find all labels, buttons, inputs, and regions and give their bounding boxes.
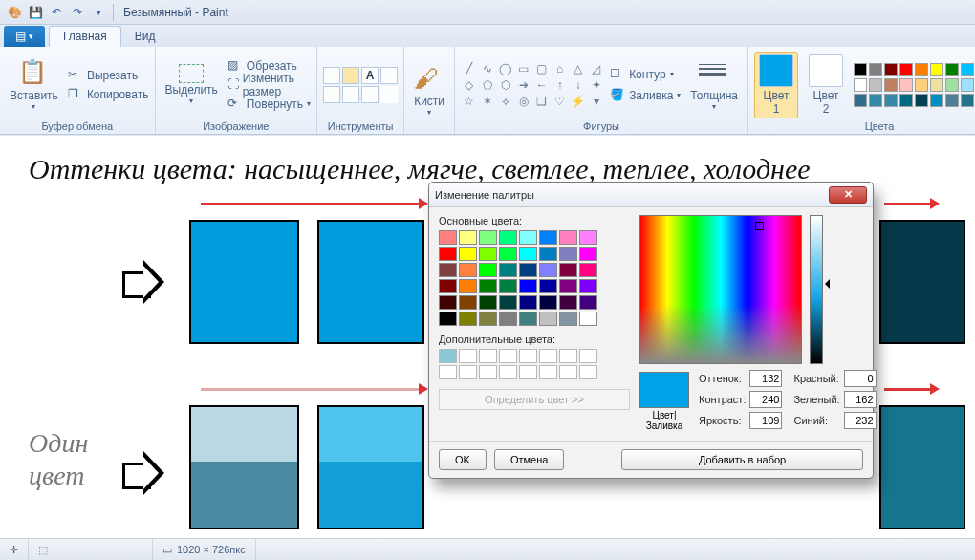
basic-color-cell[interactable] xyxy=(559,263,577,277)
palette-color[interactable] xyxy=(961,63,974,76)
add-to-set-button[interactable]: Добавить в набор xyxy=(621,449,863,470)
basic-color-cell[interactable] xyxy=(499,295,517,310)
basic-color-cell[interactable] xyxy=(519,295,537,310)
basic-color-cell[interactable] xyxy=(539,295,557,310)
palette-color[interactable] xyxy=(945,78,959,92)
bolt-shape[interactable]: ⚡ xyxy=(570,94,586,108)
basic-color-cell[interactable] xyxy=(499,279,517,293)
eraser-tool[interactable] xyxy=(380,67,398,84)
rotate-button[interactable]: ⟳Повернуть▾ xyxy=(228,95,311,114)
basic-color-cell[interactable] xyxy=(519,312,537,326)
palette-color[interactable] xyxy=(869,63,882,76)
palette-color[interactable] xyxy=(930,78,943,92)
basic-color-cell[interactable] xyxy=(479,312,497,326)
palette-color[interactable] xyxy=(930,63,943,76)
diamond-shape[interactable]: ◇ xyxy=(461,77,477,92)
basic-color-cell[interactable] xyxy=(519,263,537,277)
line-shape[interactable]: ╱ xyxy=(461,61,477,75)
custom-color-cell[interactable] xyxy=(519,349,537,363)
palette-color[interactable] xyxy=(884,63,898,76)
sat-input[interactable] xyxy=(749,391,782,408)
blue-input[interactable] xyxy=(844,412,877,429)
basic-color-cell[interactable] xyxy=(559,279,577,293)
resize-button[interactable]: ⛶Изменить размер xyxy=(228,75,311,95)
shapes-gallery[interactable]: ╱∿◯▭▢⌂△◿ ◇⬠⬡➔←↑↓✦ ☆✶⟡◎❑♡⚡▾ xyxy=(461,61,604,108)
palette-color[interactable] xyxy=(869,94,882,107)
basic-colors-grid[interactable] xyxy=(439,230,630,326)
basic-color-cell[interactable] xyxy=(439,312,457,326)
basic-color-cell[interactable] xyxy=(479,279,497,293)
custom-color-cell[interactable] xyxy=(519,365,537,379)
more-shapes[interactable]: ▾ xyxy=(588,94,604,108)
callout2-shape[interactable]: ◎ xyxy=(515,94,531,108)
redo-icon[interactable]: ↷ xyxy=(69,4,86,21)
color-gradient-picker[interactable] xyxy=(639,215,802,364)
basic-color-cell[interactable] xyxy=(459,295,477,310)
basic-color-cell[interactable] xyxy=(539,279,557,293)
custom-color-cell[interactable] xyxy=(439,349,457,363)
copy-button[interactable]: ❐Копировать xyxy=(68,85,149,104)
arrU-shape[interactable]: ↑ xyxy=(552,77,568,92)
basic-color-cell[interactable] xyxy=(459,279,477,293)
basic-color-cell[interactable] xyxy=(579,279,597,293)
custom-color-cell[interactable] xyxy=(539,365,557,379)
tab-home[interactable]: Главная xyxy=(49,26,121,47)
palette-color[interactable] xyxy=(915,63,928,76)
tri-shape[interactable]: △ xyxy=(570,61,586,75)
basic-color-cell[interactable] xyxy=(539,312,557,326)
basic-color-cell[interactable] xyxy=(439,230,457,245)
palette-color[interactable] xyxy=(884,94,898,107)
red-input[interactable] xyxy=(844,370,877,387)
custom-color-cell[interactable] xyxy=(459,365,477,379)
heart-shape[interactable]: ♡ xyxy=(552,94,568,108)
custom-color-cell[interactable] xyxy=(479,365,497,379)
fill-button[interactable]: 🪣Заливка▾ xyxy=(610,86,681,105)
arrR-shape[interactable]: ➔ xyxy=(515,77,531,92)
palette-color[interactable] xyxy=(930,94,943,107)
tab-view[interactable]: Вид xyxy=(121,27,169,47)
palette-color[interactable] xyxy=(854,78,867,92)
basic-color-cell[interactable] xyxy=(479,295,497,310)
palette-color[interactable] xyxy=(945,63,959,76)
custom-color-cell[interactable] xyxy=(539,349,557,363)
basic-color-cell[interactable] xyxy=(439,247,457,261)
eraser2-tool[interactable] xyxy=(323,86,340,103)
basic-color-cell[interactable] xyxy=(579,247,597,261)
basic-color-cell[interactable] xyxy=(579,230,597,245)
ok-button[interactable]: OK xyxy=(439,449,487,470)
basic-color-cell[interactable] xyxy=(539,247,557,261)
basic-color-cell[interactable] xyxy=(579,295,597,310)
poly-shape[interactable]: ⌂ xyxy=(552,61,568,75)
custom-color-cell[interactable] xyxy=(579,365,597,379)
basic-color-cell[interactable] xyxy=(519,230,537,245)
lum-input[interactable] xyxy=(749,412,782,429)
basic-color-cell[interactable] xyxy=(459,247,477,261)
hue-input[interactable] xyxy=(749,370,782,387)
star5-shape[interactable]: ☆ xyxy=(461,94,477,108)
oval-shape[interactable]: ◯ xyxy=(497,61,513,75)
palette-color[interactable] xyxy=(915,78,928,92)
basic-color-cell[interactable] xyxy=(499,263,517,277)
palette-color[interactable] xyxy=(945,94,959,107)
fill-tool[interactable] xyxy=(342,67,359,84)
basic-color-cell[interactable] xyxy=(539,230,557,245)
callout1-shape[interactable]: ⟡ xyxy=(497,94,513,108)
basic-color-cell[interactable] xyxy=(439,263,457,277)
basic-color-cell[interactable] xyxy=(519,279,537,293)
palette-color[interactable] xyxy=(961,94,974,107)
palette-color[interactable] xyxy=(899,94,913,107)
color-palette[interactable] xyxy=(854,63,975,107)
select-button[interactable]: Выделить ▾ xyxy=(162,62,222,107)
palette-color[interactable] xyxy=(869,78,882,92)
cancel-button[interactable]: Отмена xyxy=(494,449,564,470)
rect-shape[interactable]: ▭ xyxy=(515,61,531,75)
custom-color-cell[interactable] xyxy=(559,365,577,379)
palette-color[interactable] xyxy=(899,78,913,92)
star6-shape[interactable]: ✶ xyxy=(479,94,495,108)
zoom-tool[interactable] xyxy=(361,86,379,103)
palette-color[interactable] xyxy=(899,63,913,76)
thickness-button[interactable]: Толщина ▾ xyxy=(686,56,742,113)
cut-button[interactable]: ✂Вырезать xyxy=(68,66,149,85)
basic-color-cell[interactable] xyxy=(559,247,577,261)
color2-slot[interactable]: Цвет 2 xyxy=(804,52,848,118)
